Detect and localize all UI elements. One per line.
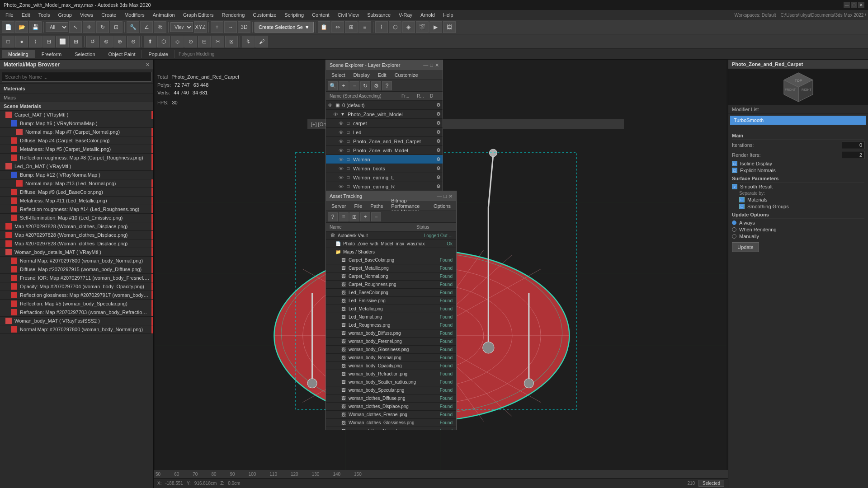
curve-btn[interactable]: ⌇ [375,21,388,33]
tab-populate[interactable]: Populate [142,50,175,58]
mode-dropdown[interactable]: All [46,22,68,32]
at-menu-server[interactable]: Server [328,202,349,210]
render-btn[interactable]: ▶ [429,21,442,33]
manually-radio[interactable] [732,234,736,239]
edge-btn[interactable]: ⌇ [29,36,42,47]
layers-btn[interactable]: ≡ [359,21,371,33]
move-btn[interactable]: ✛ [83,21,95,33]
se-menu-select[interactable]: Select [328,71,349,79]
se-filter-btn[interactable]: 🔍 [328,81,338,90]
menu-file[interactable]: File [2,11,17,19]
at-item-2[interactable]: 📁Maps / Shaders [326,248,456,256]
mat-item-23[interactable]: Refraction: Map #2070297703 (woman_body_… [0,308,153,317]
mat-item-1[interactable]: Bump: Map #6 ( VRayNormalMap ) [0,119,153,128]
weld-btn[interactable]: ⊙ [184,36,197,47]
close-btn[interactable]: ✕ [858,2,864,8]
menu-graph-editors[interactable]: Graph Editors [179,11,217,19]
render-iters-input[interactable] [842,151,864,159]
se-item-photo-zone[interactable]: 👁 ▼ Photo_Zone_with_Model ⚙ [326,110,443,119]
at-item-4[interactable]: 🖼Carpet_Metallic.pngFound [326,264,456,272]
schematic-btn[interactable]: ⬡ [389,21,401,33]
at-item-24[interactable]: 🖼woman_clothes_Normal.pngFound [326,427,456,430]
at-item-11[interactable]: 🖼Led_Roughness.pngFound [326,321,456,329]
explicit-check[interactable]: □ [732,168,737,173]
at-item-18[interactable]: 🖼woman_body_Scatter_radius.pngFound [326,378,456,386]
menu-help[interactable]: Help [439,11,457,19]
tab-freeform[interactable]: Freeform [35,50,69,58]
menu-create[interactable]: Create [98,11,120,19]
se-menu-edit[interactable]: Edit [374,71,390,79]
at-item-10[interactable]: 🖼Led_Normal.pngFound [326,313,456,321]
menu-animation[interactable]: Animation [149,11,179,19]
save-btn[interactable]: 💾 [29,21,42,33]
3d-btn[interactable]: 3D [238,21,250,33]
at-item-23[interactable]: 🖼Woman_clothes_Glossiness.pngFound [326,419,456,427]
at-item-3[interactable]: 🖼Carpet_BaseColor.pngFound [326,256,456,264]
bevel-btn[interactable]: ⬡ [157,36,170,47]
se-close[interactable]: ✕ [435,62,439,68]
mat-item-3[interactable]: Diffuse: Map #4 (Carpet_BaseColor.png) [0,136,153,145]
at-maximize[interactable]: □ [443,193,447,199]
poly-sel-btn[interactable]: □ [2,36,14,47]
tab-selection[interactable]: Selection [68,50,102,58]
open-btn[interactable]: 📂 [15,21,28,33]
menu-modifiers[interactable]: Modifiers [121,11,148,19]
se-item-woman-earring-r[interactable]: 👁 □ Woman_earring_R ⚙ [326,182,443,191]
se-refresh-btn[interactable]: ↻ [360,81,370,90]
se-item-woman-earring-l[interactable]: 👁 □ Woman_earring_L ⚙ [326,173,443,182]
mat-item-9[interactable]: Diffuse: Map #9 (Led_BaseColor.png) [0,188,153,197]
create-selection-btn[interactable]: Create Selection Se ▼ [255,22,314,33]
at-minimize[interactable]: — [437,193,442,199]
named-sel-btn[interactable]: 📋 [318,21,330,33]
materials-check[interactable]: □ [739,197,745,202]
scale-btn[interactable]: ⊡ [110,21,123,33]
minimize-btn[interactable]: — [844,2,850,8]
at-item-14[interactable]: 🖼woman_body_Glossiness.pngFound [326,346,456,354]
mat-item-6[interactable]: Led_On_MAT ( VRayMtl ) [0,162,153,171]
grow-btn[interactable]: ⊕ [113,36,126,47]
render-frame-btn[interactable]: 🖼 [443,21,456,33]
isoline-check[interactable]: □ [732,161,737,166]
menu-arnold[interactable]: Arnold [417,11,439,19]
tab-modeling[interactable]: Modeling [2,50,35,58]
always-radio[interactable] [732,221,736,225]
at-close[interactable]: ✕ [448,193,453,199]
mat-item-18[interactable]: Diffuse: Map #2070297915 (woman_body_Dif… [0,265,153,274]
menu-customize[interactable]: Customize [249,11,280,19]
mat-item-25[interactable]: Normal Map: #2070297800 (woman_body_Norm… [0,325,153,334]
at-item-7[interactable]: 🖼Led_BaseColor.pngFound [326,289,456,297]
connect-btn[interactable]: ⊟ [198,36,211,47]
percent-snap-btn[interactable]: % [154,21,166,33]
paint-conn-btn[interactable]: 🖌 [255,36,268,47]
render-setup-btn[interactable]: 🎬 [416,21,429,33]
menu-vray[interactable]: V-Ray [395,11,416,19]
mirror-btn[interactable]: ⇔ [331,21,344,33]
at-item-15[interactable]: 🖼woman_body_Normal.pngFound [326,354,456,362]
se-item-woman-boots[interactable]: 👁 □ Woman_boots ⚙ [326,164,443,173]
se-item-photo-zone-carpet[interactable]: 👁 □ Photo_Zone_and_Red_Carpet ⚙ [326,137,443,146]
mat-item-11[interactable]: Reflection roughness: Map #14 (Led_Rough… [0,205,153,214]
se-maximize[interactable]: □ [430,62,433,68]
mat-item-8[interactable]: Normal map: Map #13 (Led_Normal.png) [0,179,153,188]
mat-item-12[interactable]: Self-Illumination: Map #10 (Led_Emissive… [0,214,153,222]
at-item-17[interactable]: 🖼woman_body_Refraction.pngFound [326,370,456,378]
rotate-btn[interactable]: ↻ [96,21,109,33]
se-minimize[interactable]: — [423,62,428,68]
mat-item-5[interactable]: Reflection roughness: Map #8 (Carpet_Rou… [0,154,153,162]
at-expand-btn[interactable]: + [360,212,370,221]
at-item-22[interactable]: 🖼Woman_clothes_Fresnel.pngFound [326,411,456,419]
angle-snap-btn[interactable]: ∠ [140,21,153,33]
at-item-0[interactable]: 🏛Autodesk VaultLogged Out ... [326,232,456,240]
extrude-btn[interactable]: ⬆ [144,36,156,47]
mat-search-input[interactable] [2,72,151,82]
xyz-btn[interactable]: XYZ [194,21,207,33]
menu-substance[interactable]: Substance [363,11,394,19]
menu-rendering[interactable]: Rendering [218,11,249,19]
mat-item-4[interactable]: Metalness: Map #5 (Carpet_Metallic.png) [0,145,153,154]
iterations-input[interactable] [842,141,864,149]
vertex-btn[interactable]: ● [15,36,28,47]
smooth-result-check[interactable]: ✓ [732,184,737,189]
at-menu-options[interactable]: Options [430,202,454,210]
mat-item-19[interactable]: Fresnel IOR: Map #2070297711 (woman_body… [0,274,153,282]
mat-item-16[interactable]: Woman_body_details_MAT ( VRayMtl ) [0,248,153,257]
